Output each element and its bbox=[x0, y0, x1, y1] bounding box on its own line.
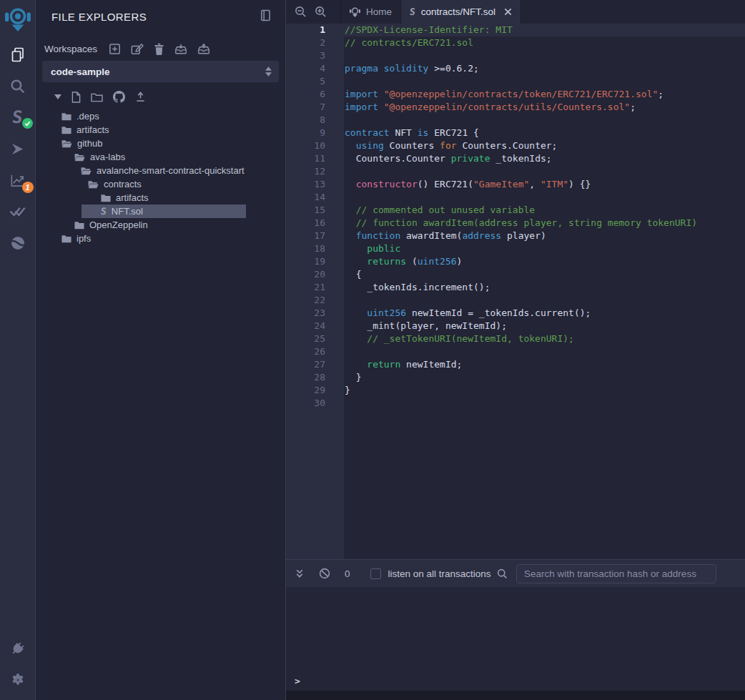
code-text: _tokenIds.increment(); bbox=[325, 281, 490, 294]
journal-icon[interactable] bbox=[260, 9, 271, 24]
tree-item-artifacts[interactable]: artifacts bbox=[36, 191, 285, 204]
publish-to-gist-icon[interactable] bbox=[113, 91, 125, 103]
unit-testing-icon[interactable] bbox=[0, 196, 36, 227]
code-line-18[interactable]: 18 public bbox=[286, 242, 745, 255]
tree-toolbar bbox=[36, 82, 285, 107]
remix-logo-icon bbox=[350, 6, 360, 18]
code-line-12[interactable]: 12 bbox=[286, 165, 745, 178]
workspace-selected-value: code-sample bbox=[51, 66, 110, 77]
deploy-and-run-icon[interactable] bbox=[0, 133, 36, 164]
tree-item-artifacts[interactable]: artifacts bbox=[36, 123, 285, 137]
restore-workspaces-icon[interactable] bbox=[197, 43, 210, 55]
new-folder-icon[interactable] bbox=[91, 92, 103, 102]
code-line-24[interactable]: 24 _mint(player, newItemId); bbox=[286, 320, 745, 332]
listen-transactions-label: listen on all transactions bbox=[388, 568, 491, 579]
tree-item-avalanche-smart-contract-quickstart[interactable]: avalanche-smart-contract-quickstart bbox=[36, 164, 285, 177]
analytics-icon[interactable]: 1 bbox=[0, 164, 36, 196]
code-line-13[interactable]: 13 constructor() ERC721("GameItem", "ITM… bbox=[286, 178, 745, 191]
clear-console-icon[interactable] bbox=[319, 568, 330, 579]
folder-open-icon bbox=[61, 139, 72, 148]
code-line-19[interactable]: 19 returns (uint256) bbox=[286, 255, 745, 268]
code-line-4[interactable]: 4pragma solidity >=0.6.2; bbox=[286, 62, 745, 75]
remix-logo[interactable] bbox=[0, 0, 36, 39]
code-text bbox=[325, 191, 345, 204]
code-line-29[interactable]: 29} bbox=[286, 384, 745, 397]
file-tree: .depsartifactsgithubava-labsavalanche-sm… bbox=[36, 109, 285, 245]
code-text: _mint(player, newItemId); bbox=[325, 320, 507, 332]
terminal-search-input[interactable] bbox=[516, 564, 716, 583]
plugin-manager-icon[interactable] bbox=[0, 633, 36, 664]
code-text: import "@openzeppelin/contracts/utils/Co… bbox=[325, 101, 636, 114]
file-explorer-icon[interactable] bbox=[0, 39, 36, 70]
code-line-16[interactable]: 16 // function awardItem(address player,… bbox=[286, 217, 745, 230]
code-text bbox=[325, 294, 345, 307]
line-number: 15 bbox=[286, 204, 325, 217]
code-line-14[interactable]: 14 bbox=[286, 191, 745, 204]
folder-icon bbox=[61, 112, 71, 121]
tree-item-openzeppelin[interactable]: OpenZeppelin bbox=[36, 218, 285, 232]
collapse-chevron-icon[interactable] bbox=[54, 94, 61, 99]
tree-item-nft-sol[interactable]: SNFT.sol bbox=[36, 204, 285, 218]
zoom-out-icon[interactable] bbox=[290, 0, 310, 24]
code-line-7[interactable]: 7import "@openzeppelin/contracts/utils/C… bbox=[286, 101, 745, 114]
code-line-26[interactable]: 26 bbox=[286, 345, 745, 358]
terminal-bottom-strip bbox=[286, 691, 745, 700]
code-line-20[interactable]: 20 { bbox=[286, 268, 745, 281]
tab-contracts-nft-sol[interactable]: S contracts/NFT.sol bbox=[401, 0, 521, 24]
line-number: 4 bbox=[286, 62, 325, 75]
upload-file-icon[interactable] bbox=[135, 92, 146, 102]
code-line-9[interactable]: 9contract NFT is ERC721 { bbox=[286, 127, 745, 139]
collapse-terminal-icon[interactable] bbox=[295, 568, 305, 579]
line-number: 6 bbox=[286, 88, 325, 101]
create-workspace-icon[interactable] bbox=[109, 43, 121, 55]
new-file-icon[interactable] bbox=[71, 92, 81, 103]
sourcify-icon[interactable] bbox=[0, 227, 36, 259]
code-line-23[interactable]: 23 uint256 newItemId = _tokenIds.current… bbox=[286, 307, 745, 320]
code-line-22[interactable]: 22 bbox=[286, 294, 745, 307]
code-text: // contracts/ERC721.sol bbox=[325, 36, 473, 49]
code-line-6[interactable]: 6import "@openzeppelin/contracts/token/E… bbox=[286, 88, 745, 101]
rename-workspace-icon[interactable] bbox=[131, 43, 144, 55]
terminal-prompt: > bbox=[295, 676, 300, 686]
delete-workspace-icon[interactable] bbox=[154, 43, 164, 55]
code-line-30[interactable]: 30 bbox=[286, 397, 745, 410]
tree-item-ava-labs[interactable]: ava-labs bbox=[36, 150, 285, 164]
close-tab-icon[interactable] bbox=[504, 8, 512, 16]
settings-gear-icon[interactable] bbox=[0, 664, 36, 696]
tree-item-github[interactable]: github bbox=[36, 137, 285, 150]
line-number: 5 bbox=[286, 75, 325, 88]
folder-icon bbox=[101, 194, 111, 202]
tab-home[interactable]: Home bbox=[340, 0, 401, 24]
code-line-5[interactable]: 5 bbox=[286, 75, 745, 88]
tree-item--deps[interactable]: .deps bbox=[36, 109, 285, 123]
code-line-21[interactable]: 21 _tokenIds.increment(); bbox=[286, 281, 745, 294]
download-workspaces-icon[interactable] bbox=[174, 43, 187, 55]
code-line-1[interactable]: 1//SPDX-License-Identifier: MIT bbox=[286, 24, 745, 36]
zoom-in-icon[interactable] bbox=[310, 0, 330, 24]
workspace-select[interactable]: code-sample bbox=[42, 61, 279, 82]
tree-item-ipfs[interactable]: ipfs bbox=[36, 232, 285, 245]
code-line-11[interactable]: 11 Counters.Counter private _tokenIds; bbox=[286, 152, 745, 165]
line-number: 1 bbox=[286, 24, 325, 36]
code-line-25[interactable]: 25 // _setTokenURI(newItemId, tokenURI); bbox=[286, 332, 745, 345]
code-line-27[interactable]: 27 return newItemId; bbox=[286, 358, 745, 371]
code-line-15[interactable]: 15 // commented out unused variable bbox=[286, 204, 745, 217]
tree-item-contracts[interactable]: contracts bbox=[36, 177, 285, 191]
code-line-8[interactable]: 8 bbox=[286, 114, 745, 127]
tab-label: Home bbox=[366, 6, 392, 17]
line-number: 30 bbox=[286, 397, 325, 410]
search-icon[interactable] bbox=[0, 70, 36, 102]
editor-area: Home S contracts/NFT.sol 1//SPDX-License… bbox=[286, 0, 745, 700]
terminal-output[interactable]: > bbox=[286, 587, 745, 691]
listen-transactions-checkbox[interactable] bbox=[370, 568, 381, 579]
line-number: 9 bbox=[286, 127, 325, 139]
code-text: uint256 newItemId = _tokenIds.current(); bbox=[325, 307, 591, 320]
code-line-3[interactable]: 3 bbox=[286, 49, 745, 62]
code-line-10[interactable]: 10 using Counters for Counters.Counter; bbox=[286, 139, 745, 152]
solidity-compiler-icon[interactable]: S bbox=[0, 102, 36, 133]
code-line-17[interactable]: 17 function awardItem(address player) bbox=[286, 230, 745, 242]
code-line-28[interactable]: 28 } bbox=[286, 371, 745, 384]
code-editor[interactable]: 1//SPDX-License-Identifier: MIT2// contr… bbox=[286, 24, 745, 559]
code-line-2[interactable]: 2// contracts/ERC721.sol bbox=[286, 36, 745, 49]
folder-icon bbox=[61, 126, 71, 134]
